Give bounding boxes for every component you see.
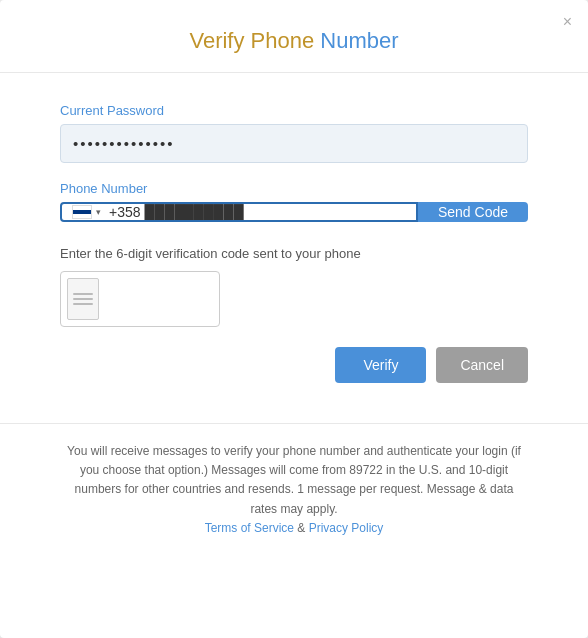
phone-number-row: ▾ Send Code [60,202,528,222]
cancel-button[interactable]: Cancel [436,347,528,383]
icon-line-2 [73,298,93,300]
verification-code-input[interactable] [105,290,213,308]
close-button[interactable]: × [563,14,572,30]
verification-instruction-label: Enter the 6-digit verification code sent… [60,246,528,261]
verify-phone-dialog: × Verify Phone Number Current Password P… [0,0,588,638]
phone-number-label: Phone Number [60,181,528,196]
dialog-header: Verify Phone Number [0,0,588,73]
phone-number-input[interactable] [109,204,406,220]
ampersand: & [294,521,309,535]
code-input-box[interactable] [60,271,220,327]
title-part2: Number [320,28,398,53]
icon-line-1 [73,293,93,295]
send-code-button[interactable]: Send Code [418,202,528,222]
icon-line-3 [73,303,93,305]
disclaimer-text: You will receive messages to verify your… [67,444,521,516]
disclaimer-section: You will receive messages to verify your… [0,423,588,538]
title-part1: Verify Phone [189,28,320,53]
dialog-title: Verify Phone Number [30,28,558,54]
phone-input-wrapper: ▾ [60,202,418,222]
current-password-input[interactable] [60,124,528,163]
dialog-body: Current Password Phone Number ▾ Send Cod… [0,73,588,423]
current-password-label: Current Password [60,103,528,118]
action-row: Verify Cancel [60,347,528,383]
privacy-policy-link[interactable]: Privacy Policy [309,521,384,535]
terms-of-service-link[interactable]: Terms of Service [205,521,294,535]
finland-flag-icon [72,205,92,219]
flag-dropdown-arrow-icon[interactable]: ▾ [96,207,101,217]
phone-sms-icon [67,278,99,320]
verify-button[interactable]: Verify [335,347,426,383]
